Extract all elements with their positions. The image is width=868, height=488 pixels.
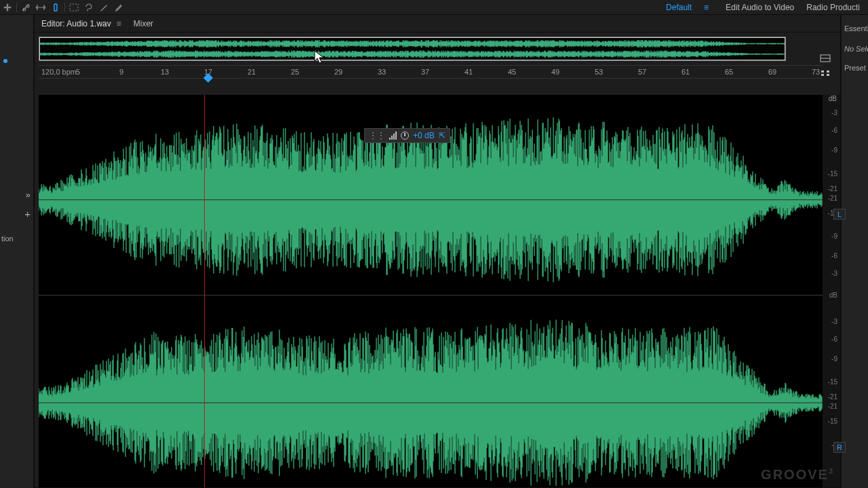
bpm-label: 120,0 bpm — [41, 68, 77, 76]
workspace-radio[interactable]: Radio Producti — [806, 3, 860, 12]
ruler-tick: 37 — [421, 68, 429, 76]
tab-editor-label: Editor: Audio 1.wav — [41, 19, 111, 28]
ruler-tick: 57 — [638, 68, 646, 76]
db-unit-label: dB — [829, 95, 837, 102]
waveform-canvas — [39, 95, 823, 487]
db-mark: -6 — [831, 335, 837, 342]
overview-selection[interactable] — [39, 37, 785, 60]
db-mark: -21 — [828, 194, 837, 201]
expand-panel-icon[interactable]: » — [26, 190, 31, 200]
db-mark: -9 — [831, 232, 837, 240]
ruler-tick: 33 — [378, 68, 386, 76]
move-tool-icon[interactable] — [0, 0, 15, 15]
ruler-tick: 45 — [508, 68, 516, 76]
workspace-tabs: Default ≡ Edit Audio to Video Radio Prod… — [666, 0, 868, 15]
watermark: GROOVE3 — [761, 467, 834, 483]
ruler-tick: 49 — [551, 68, 559, 76]
db-scale: dB -3-6-9-15-21-21-15-9-6-3dB-3-6-9-15-2… — [823, 95, 840, 487]
heal-tool-icon[interactable] — [111, 0, 126, 15]
waveform-area[interactable]: L R — [39, 95, 823, 487]
ruler-tick: 25 — [291, 68, 299, 76]
playhead[interactable] — [204, 95, 205, 487]
svg-rect-3 — [827, 70, 829, 73]
db-mark: -3 — [831, 270, 837, 277]
essential-sound-label: Essenti — [844, 24, 868, 33]
ruler-tick: 53 — [595, 68, 603, 76]
tab-mixer[interactable]: Mixer — [134, 19, 153, 28]
pin-icon[interactable]: ⇱ — [439, 131, 446, 140]
no-selection-label: No Sele — [844, 45, 868, 53]
time-ruler[interactable]: 120,0 bpm 591317212529333741454953576165… — [39, 65, 823, 79]
preset-label: Preset — [844, 64, 866, 72]
overview-waveform[interactable] — [39, 37, 786, 61]
hud-handle-icon[interactable]: ⋮⋮ — [369, 131, 385, 140]
db-mark: -21 — [828, 403, 837, 410]
lasso-tool-icon[interactable] — [81, 0, 96, 15]
left-panel-label-fragment: tion — [1, 235, 14, 243]
ruler-tick: 69 — [768, 68, 776, 76]
db-mark: -3 — [831, 317, 837, 325]
status-dot-icon — [3, 59, 7, 63]
range-tool-icon[interactable] — [33, 0, 48, 15]
ruler-tick: 13 — [161, 68, 169, 76]
ruler-tick: 61 — [682, 68, 690, 76]
left-panel-collapsed: » + tion — [0, 15, 34, 488]
workspace-menu-icon[interactable]: ≡ — [704, 3, 713, 12]
channel-left-badge[interactable]: L — [833, 209, 846, 220]
tab-editor[interactable]: Editor: Audio 1.wav ≡ — [41, 19, 121, 28]
db-mark: -21 — [828, 393, 837, 401]
db-mark: -6 — [831, 127, 837, 134]
hud-overlay[interactable]: ⋮⋮ +0 dB ⇱ — [364, 128, 450, 143]
clock-icon — [401, 131, 409, 140]
editor-panel: Editor: Audio 1.wav ≡ Mixer 120,0 bpm 59… — [34, 15, 841, 488]
zoom-reset-icon[interactable] — [818, 53, 832, 64]
add-icon[interactable]: + — [24, 208, 31, 220]
ruler-tick: 5 — [76, 68, 80, 76]
tab-editor-menu-icon[interactable]: ≡ — [117, 19, 121, 28]
marquee-tool-icon[interactable] — [66, 0, 81, 15]
ruler-tick: 73 — [812, 68, 820, 76]
db-mark: -9 — [831, 146, 837, 154]
channel-right-badge[interactable]: R — [833, 442, 846, 453]
ruler-tick: 41 — [465, 68, 473, 76]
db-mark: -3 — [831, 109, 837, 117]
workspace-edit-av[interactable]: Edit Audio to Video — [726, 3, 794, 12]
db-unit-label: dB — [829, 291, 837, 298]
workspace-default[interactable]: Default — [666, 3, 692, 12]
svg-rect-5 — [827, 74, 829, 76]
time-select-tool-icon[interactable] — [48, 0, 63, 15]
db-mark: -15 — [828, 418, 837, 425]
db-mark: -21 — [828, 184, 837, 192]
ruler-tick: 29 — [334, 68, 342, 76]
ruler-tick: 21 — [248, 68, 256, 76]
db-mark: -9 — [831, 354, 837, 362]
db-mark: -6 — [831, 252, 837, 260]
ruler-tick: 9 — [119, 68, 123, 76]
svg-rect-0 — [70, 4, 78, 11]
hud-db-value[interactable]: +0 dB — [413, 131, 435, 140]
db-mark: -15 — [828, 378, 837, 386]
right-panel-collapsed: Essenti No Sele Preset — [841, 15, 868, 488]
razor-tool-icon[interactable] — [18, 0, 33, 15]
top-toolbar: Default ≡ Edit Audio to Video Radio Prod… — [0, 0, 868, 15]
level-meter-icon — [389, 131, 397, 140]
editor-tabs: Editor: Audio 1.wav ≡ Mixer — [35, 15, 840, 33]
brush-tool-icon[interactable] — [96, 0, 111, 15]
ruler-tick: 65 — [725, 68, 733, 76]
db-mark: -15 — [828, 169, 837, 177]
